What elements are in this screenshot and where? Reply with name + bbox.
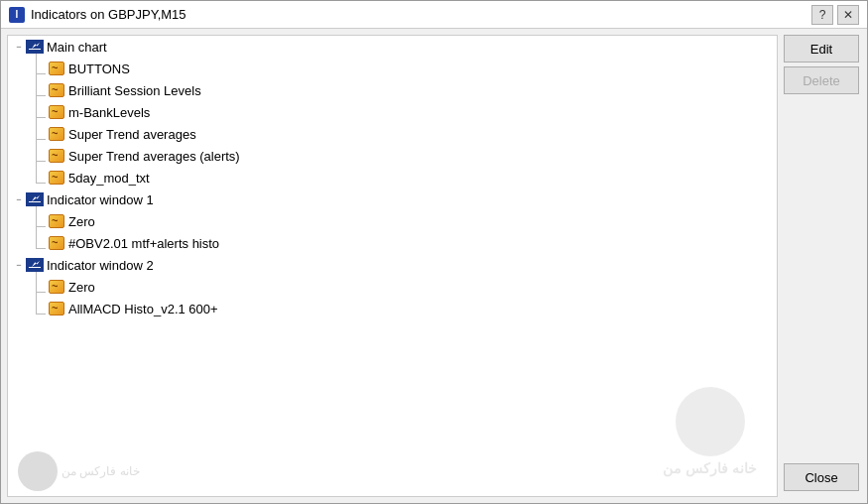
item-label-zero1: Zero — [68, 214, 95, 229]
content-area: − Main chart BUTTONS Brilliant Session L… — [1, 29, 867, 503]
iw2-label: Indicator window 2 — [47, 258, 154, 273]
list-item[interactable]: 5day_mod_txt — [8, 167, 777, 189]
indicator-icon-allmacd — [48, 301, 65, 316]
title-close-button[interactable]: ✕ — [837, 5, 859, 25]
chart-node-icon-main — [26, 39, 44, 55]
svg-point-1 — [25, 458, 51, 484]
watermark2-logo — [18, 451, 58, 491]
help-button[interactable]: ? — [811, 5, 833, 25]
window-icon: I — [9, 7, 25, 23]
tree-group-main-chart[interactable]: − Main chart — [8, 36, 777, 58]
watermark2-text: خانه فارکس من — [62, 464, 140, 478]
chart-node-icon-iw2 — [26, 257, 44, 273]
indicator-icon-mbl — [48, 104, 65, 120]
item-label-obv: #OBV2.01 mtf+alerts histo — [68, 236, 219, 251]
title-bar-buttons: ? ✕ — [811, 5, 859, 25]
list-item[interactable]: AllMACD Histo_v2.1 600+ — [8, 298, 777, 319]
indicator-icon-5day — [48, 170, 65, 186]
list-item[interactable]: BUTTONS — [8, 58, 777, 79]
watermark-center: خانه فارکس من — [663, 387, 757, 476]
edit-button[interactable]: Edit — [784, 35, 859, 63]
indicator-icon-buttons — [48, 61, 65, 76]
item-label-bsl: Brilliant Session Levels — [68, 83, 201, 98]
item-label-mbl: m-BankLevels — [68, 105, 150, 120]
expand-icon-iw2: − — [12, 258, 26, 272]
tree-panel[interactable]: − Main chart BUTTONS Brilliant Session L… — [7, 35, 778, 497]
list-item[interactable]: Brilliant Session Levels — [8, 79, 777, 101]
indicator-icon-zero1 — [48, 213, 65, 229]
expand-icon-main: − — [12, 40, 26, 54]
tree-group-iw1[interactable]: − Indicator window 1 — [8, 189, 777, 210]
indicator-icon-sta — [48, 126, 65, 142]
item-label-sta: Super Trend averages — [68, 127, 196, 142]
svg-point-0 — [692, 404, 728, 440]
delete-button[interactable]: Delete — [784, 66, 859, 94]
item-label-staa: Super Trend averages (alerts) — [68, 149, 240, 164]
side-panel: Edit Delete Close — [778, 29, 867, 503]
window-title: Indicators on GBPJPY,M15 — [31, 7, 806, 22]
item-label-allmacd: AllMACD Histo_v2.1 600+ — [68, 302, 218, 316]
main-window: I Indicators on GBPJPY,M15 ? ✕ − Main ch… — [0, 0, 868, 504]
watermark-logo — [676, 387, 745, 456]
spacer — [784, 98, 861, 459]
title-bar: I Indicators on GBPJPY,M15 ? ✕ — [1, 1, 867, 29]
list-item[interactable]: m-BankLevels — [8, 101, 777, 123]
expand-icon-iw1: − — [12, 192, 26, 206]
item-label-5day: 5day_mod_txt — [68, 171, 150, 186]
indicator-icon-obv — [48, 235, 65, 251]
watermark-bottom: خانه فارکس من — [18, 451, 140, 491]
list-item[interactable]: #OBV2.01 mtf+alerts histo — [8, 232, 777, 254]
item-label-zero2: Zero — [68, 280, 95, 295]
main-chart-label: Main chart — [47, 40, 107, 55]
list-item[interactable]: Zero — [8, 210, 777, 232]
close-button[interactable]: Close — [784, 463, 859, 491]
indicator-icon-bsl — [48, 82, 65, 98]
chart-node-icon-iw1 — [26, 191, 44, 207]
list-item[interactable]: Super Trend averages (alerts) — [8, 145, 777, 167]
indicator-icon-staa — [48, 148, 65, 164]
indicator-icon-zero2 — [48, 279, 65, 295]
watermark-text: خانه فارکس من — [663, 460, 757, 476]
item-label-buttons: BUTTONS — [68, 62, 130, 76]
tree-group-iw2[interactable]: − Indicator window 2 — [8, 254, 777, 276]
list-item[interactable]: Super Trend averages — [8, 123, 777, 145]
iw1-label: Indicator window 1 — [47, 192, 154, 207]
list-item[interactable]: Zero — [8, 276, 777, 298]
